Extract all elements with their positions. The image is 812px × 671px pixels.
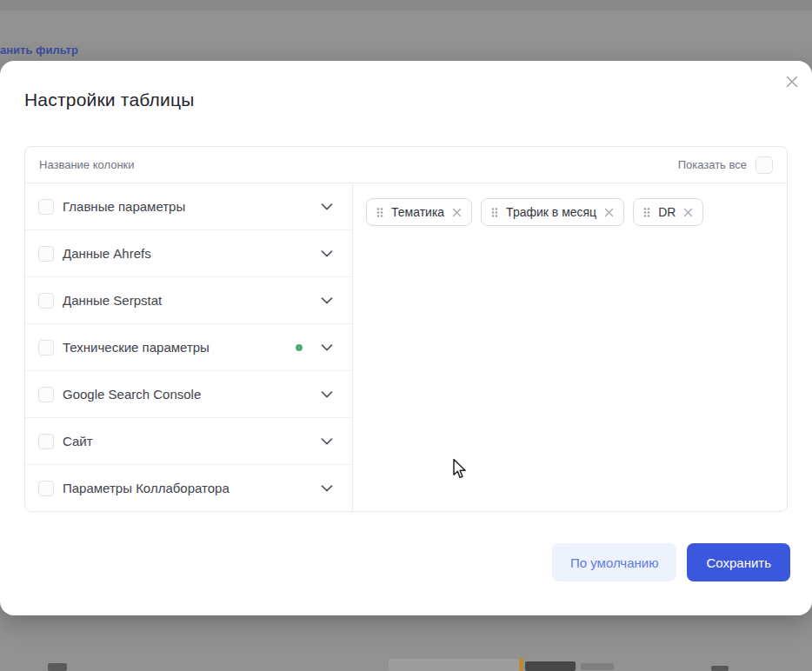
show-all-label: Показать все — [678, 158, 747, 171]
group-checkbox[interactable] — [38, 340, 54, 355]
chip-label: DR — [658, 205, 676, 219]
selected-column-chip[interactable]: Тематика — [366, 198, 472, 226]
column-group-row[interactable]: Технические параметры — [25, 324, 352, 371]
column-group-row[interactable]: Google Search Console — [25, 371, 352, 418]
drag-handle-icon[interactable] — [643, 207, 650, 218]
show-all-control: Показать все — [678, 156, 773, 174]
group-checkbox[interactable] — [38, 293, 54, 309]
column-group-row[interactable]: Сайт — [25, 418, 352, 465]
chevron-down-icon[interactable] — [321, 391, 333, 398]
group-label: Параметры Коллаборатора — [63, 481, 230, 495]
column-group-row[interactable]: Параметры Коллаборатора — [25, 465, 352, 511]
enabled-indicator-dot — [296, 344, 303, 351]
dimmed-table-text-fragment-2 — [711, 666, 729, 671]
column-group-row[interactable]: Данные Ahrefs — [25, 230, 352, 277]
selected-column-chip[interactable]: Трафик в месяц — [481, 198, 624, 226]
remove-chip-icon[interactable] — [604, 208, 614, 217]
group-checkbox[interactable] — [38, 481, 54, 496]
drag-handle-icon[interactable] — [491, 207, 498, 218]
chevron-down-icon[interactable] — [321, 344, 333, 351]
chevron-down-icon[interactable] — [321, 438, 333, 445]
column-group-row[interactable]: Главные параметры — [25, 183, 352, 230]
chip-label: Трафик в месяц — [506, 205, 596, 219]
remove-chip-icon[interactable] — [683, 208, 693, 217]
group-label: Данные Ahrefs — [63, 246, 151, 261]
modal-footer: По умолчанию Сохранить — [552, 543, 790, 581]
dimmed-metric-suffix-fragment — [581, 663, 614, 670]
modal-title: Настройки таблицы — [24, 90, 194, 110]
dimmed-table-text-fragment — [48, 663, 67, 671]
group-checkbox[interactable] — [38, 246, 54, 262]
selected-columns-area: Тематика Трафик в месяц — [353, 183, 787, 511]
chevron-down-icon[interactable] — [321, 203, 333, 210]
columns-panel: Название колонки Показать все Главные па… — [24, 146, 788, 512]
default-button[interactable]: По умолчанию — [552, 543, 676, 581]
column-group-list: Главные параметры Данные Ahrefs Данные S… — [25, 183, 353, 511]
chevron-down-icon[interactable] — [321, 250, 333, 257]
column-name-header: Название колонки — [39, 158, 135, 171]
dimmed-page-header — [0, 0, 812, 10]
column-group-row[interactable]: Данные Serpstat — [25, 277, 352, 324]
group-checkbox[interactable] — [38, 199, 54, 215]
drag-handle-icon[interactable] — [376, 207, 383, 218]
group-label: Сайт — [63, 434, 93, 448]
dimmed-metric-fragment — [525, 661, 576, 671]
group-label: Google Search Console — [63, 387, 201, 402]
group-checkbox[interactable] — [38, 434, 54, 449]
selected-column-chip[interactable]: DR — [633, 198, 703, 226]
save-filter-link: анить фильтр — [0, 43, 78, 56]
panel-body: Главные параметры Данные Ahrefs Данные S… — [25, 183, 787, 511]
save-button[interactable]: Сохранить — [687, 543, 790, 581]
panel-header: Название колонки Показать все — [25, 147, 787, 183]
close-icon[interactable] — [783, 73, 801, 90]
chip-label: Тематика — [391, 205, 444, 219]
remove-chip-icon[interactable] — [452, 208, 462, 217]
group-label: Главные параметры — [63, 199, 185, 214]
table-settings-modal: Настройки таблицы Название колонки Показ… — [0, 61, 812, 615]
group-checkbox[interactable] — [38, 387, 54, 402]
show-all-checkbox[interactable] — [755, 156, 773, 174]
group-label: Данные Serpstat — [63, 293, 162, 308]
flame-icon — [519, 658, 523, 671]
dimmed-table-cell-fragment — [389, 659, 521, 671]
chevron-down-icon[interactable] — [321, 485, 333, 492]
chevron-down-icon[interactable] — [321, 297, 333, 304]
group-label: Технические параметры — [63, 340, 210, 355]
